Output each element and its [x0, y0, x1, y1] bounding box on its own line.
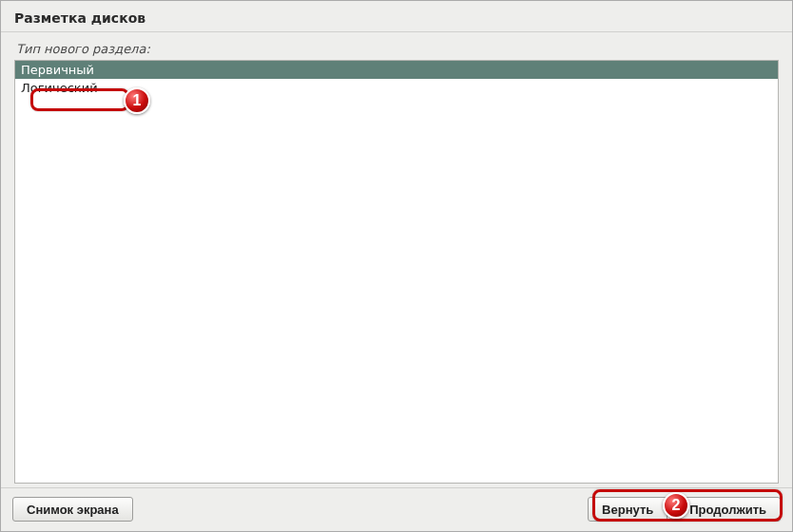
option-logical[interactable]: Логический	[15, 79, 778, 97]
screenshot-button[interactable]: Снимок экрана	[12, 497, 133, 522]
back-button[interactable]: Вернуть	[588, 497, 667, 522]
page-title: Разметка дисков	[14, 10, 779, 26]
content-area: Тип нового раздела: Первичный Логический	[1, 32, 792, 487]
footer-bar: Снимок экрана Вернуть Продолжить	[1, 487, 792, 531]
continue-button[interactable]: Продолжить	[675, 497, 781, 522]
option-primary[interactable]: Первичный	[15, 61, 778, 79]
prompt-label: Тип нового раздела:	[14, 40, 779, 60]
partition-type-list: Первичный Логический	[14, 60, 779, 484]
window-header: Разметка дисков	[1, 1, 792, 32]
installer-window: Разметка дисков Тип нового раздела: Перв…	[0, 0, 793, 532]
